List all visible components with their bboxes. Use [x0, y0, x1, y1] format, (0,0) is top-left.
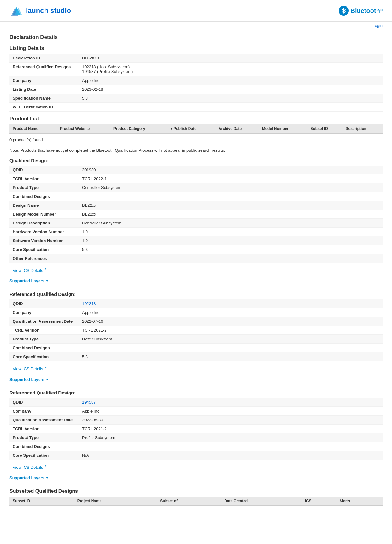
supported-layers-btn-2[interactable]: Supported Layers ▼	[9, 375, 49, 384]
qdid-link[interactable]: 192218	[82, 301, 96, 306]
detail-row: Qualification Assessment Date2022-07-16	[9, 317, 383, 326]
detail-label: QDID	[9, 299, 79, 308]
subsetted-col-header[interactable]: Alerts	[336, 497, 383, 506]
qdid-link[interactable]: 194587	[82, 400, 96, 405]
listing-label: Listing Date	[9, 85, 79, 94]
qualified-design-table: QDID201930TCRL VersionTCRL 2022-1Product…	[9, 166, 383, 263]
subsetted-title: Subsetted Qualified Designs	[9, 488, 383, 494]
subsetted-col-header[interactable]: Project Name	[74, 497, 157, 506]
detail-label: Software Version Number	[9, 236, 79, 245]
detail-label: Hardware Version Number	[9, 228, 79, 236]
product-col-header[interactable]: Archive Date	[215, 124, 259, 133]
detail-row: Combined Designs	[9, 442, 383, 451]
detail-label: Combined Designs	[9, 344, 79, 352]
detail-value	[79, 254, 383, 263]
ref-design-1-title: Referenced Qualified Design:	[9, 291, 383, 297]
detail-row: Other References	[9, 254, 383, 263]
product-col-header[interactable]: Model Number	[259, 124, 307, 133]
detail-label: Core Specification	[9, 352, 79, 361]
listing-label: Referenced Qualified Designs	[9, 63, 79, 76]
detail-value: BB22xx	[79, 201, 383, 210]
view-ics-link-2[interactable]: View ICS Details ↗	[9, 364, 383, 373]
detail-value: Apple Inc.	[79, 308, 383, 317]
detail-value: TCRL 2021-2	[79, 326, 383, 335]
detail-label: TCRL Version	[9, 326, 79, 335]
dropdown-arrow-icon-3: ▼	[46, 476, 49, 480]
detail-label: Core Specification	[9, 451, 79, 460]
detail-label: Product Type	[9, 433, 79, 442]
subsetted-col-header[interactable]: Date Created	[221, 497, 302, 506]
logo-text: launch studio	[26, 7, 71, 15]
detail-row: Combined Designs	[9, 344, 383, 352]
detail-row: TCRL VersionTCRL 2021-2	[9, 424, 383, 433]
detail-row: QDID194587	[9, 398, 383, 407]
detail-value: 1.0	[79, 236, 383, 245]
supported-layers-btn-1[interactable]: Supported Layers ▼	[9, 277, 49, 285]
detail-value: 201930	[79, 166, 383, 174]
detail-row: Core SpecificationN/A	[9, 451, 383, 460]
detail-label: Core Specification	[9, 245, 79, 254]
product-note: Note: Products that have not yet complet…	[9, 148, 383, 153]
detail-value: Controller Subsystem	[79, 183, 383, 192]
product-col-header[interactable]: Description	[342, 124, 383, 133]
listing-row: Declaration ID D062879	[9, 54, 383, 63]
listing-row: WI-FI Certification ID	[9, 103, 383, 112]
listing-row: Company Apple Inc.	[9, 76, 383, 85]
detail-row: Combined Designs	[9, 192, 383, 201]
detail-label: Design Description	[9, 219, 79, 228]
external-link-icon-3: ↗	[44, 464, 47, 468]
detail-label: QDID	[9, 166, 79, 174]
dropdown-arrow-icon: ▼	[46, 279, 49, 283]
detail-row: Core Specification5.3	[9, 245, 383, 254]
product-table: Product NameProduct WebsiteProduct Categ…	[9, 124, 383, 134]
detail-row: Core Specification5.3	[9, 352, 383, 361]
ref-design-1-table: QDID192218CompanyApple Inc.Qualification…	[9, 299, 383, 361]
detail-value	[79, 192, 383, 201]
detail-row: CompanyApple Inc.	[9, 406, 383, 415]
detail-value: BB22xx	[79, 210, 383, 219]
detail-label: Combined Designs	[9, 442, 79, 451]
subsetted-col-header[interactable]: Subset ID	[9, 497, 74, 506]
detail-value: 194587	[79, 398, 383, 407]
subsetted-col-header[interactable]: Subset of	[157, 497, 221, 506]
detail-value: TCRL 2021-2	[79, 424, 383, 433]
page-title: Declaration Details	[9, 34, 383, 40]
detail-value: 2022-07-16	[79, 317, 383, 326]
bluetooth-logo: Bluetooth®	[339, 6, 383, 16]
detail-row: TCRL VersionTCRL 2021-2	[9, 326, 383, 335]
bluetooth-icon	[339, 6, 349, 16]
detail-label: TCRL Version	[9, 174, 79, 183]
subsetted-col-header[interactable]: ICS	[302, 497, 336, 506]
listing-value: 192218 (Host Subsystem)194587 (Profile S…	[79, 63, 383, 76]
detail-label: Other References	[9, 254, 79, 263]
detail-row: Design NameBB22xx	[9, 201, 383, 210]
detail-value: TCRL 2022-1	[79, 174, 383, 183]
detail-row: QDID201930	[9, 166, 383, 174]
detail-row: Qualification Assessment Date2022-08-30	[9, 415, 383, 424]
product-col-header[interactable]: Product Category	[110, 124, 166, 133]
product-col-header[interactable]: ▼Publish Date	[166, 124, 215, 133]
detail-value	[79, 442, 383, 451]
detail-label: Qualification Assessment Date	[9, 415, 79, 424]
login-link[interactable]: Login	[372, 23, 383, 28]
supported-layers-btn-3[interactable]: Supported Layers ▼	[9, 474, 49, 482]
listing-value	[79, 103, 383, 112]
product-list-title: Product List	[9, 116, 383, 122]
detail-row: QDID192218	[9, 299, 383, 308]
view-ics-link-1[interactable]: View ICS Details ↗	[9, 266, 383, 275]
detail-value	[79, 344, 383, 352]
ref-design-2-table: QDID194587CompanyApple Inc.Qualification…	[9, 398, 383, 460]
listing-value: Apple Inc.	[79, 76, 383, 85]
view-ics-link-3[interactable]: View ICS Details ↗	[9, 462, 383, 472]
product-col-header[interactable]: Product Name	[9, 124, 57, 133]
detail-row: TCRL VersionTCRL 2022-1	[9, 174, 383, 183]
detail-value: 5.3	[79, 245, 383, 254]
logo-area: launch studio	[9, 4, 71, 18]
detail-value: 1.0	[79, 228, 383, 236]
product-col-header[interactable]: Subset ID	[307, 124, 342, 133]
ref-design-2-title: Referenced Qualified Design:	[9, 390, 383, 395]
main-content: Declaration Details Listing Details Decl…	[0, 29, 392, 516]
detail-row: Software Version Number1.0	[9, 236, 383, 245]
listing-label: Specification Name	[9, 94, 79, 103]
product-col-header[interactable]: Product Website	[57, 124, 110, 133]
